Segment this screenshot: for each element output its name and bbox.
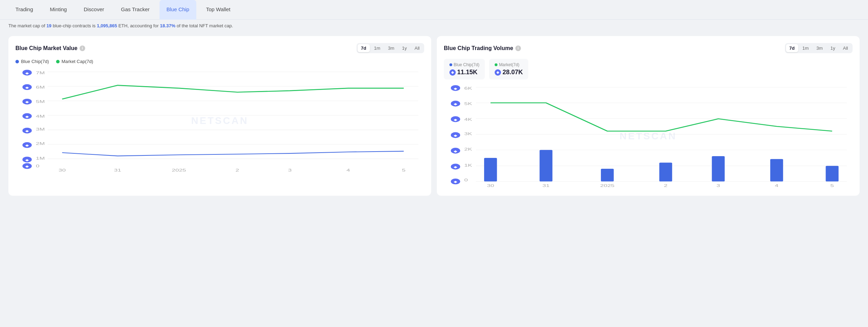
subtitle-text-middle2: ETH, accounting for bbox=[117, 23, 160, 28]
svg-text:30: 30 bbox=[487, 183, 494, 188]
svg-text:◆: ◆ bbox=[25, 158, 29, 161]
svg-text:◆: ◆ bbox=[453, 87, 457, 90]
svg-text:1K: 1K bbox=[464, 163, 472, 167]
subtitle-text-middle: blue-chip contracts is bbox=[52, 23, 97, 28]
nav-item-blue-chip[interactable]: Blue Chip bbox=[160, 0, 196, 20]
legend-blue-chip: Blue Chip(7d) bbox=[15, 59, 49, 64]
svg-text:6M: 6M bbox=[36, 85, 45, 89]
svg-text:4: 4 bbox=[775, 183, 779, 188]
svg-rect-69 bbox=[659, 163, 672, 182]
svg-rect-71 bbox=[770, 159, 783, 181]
svg-text:3M: 3M bbox=[36, 127, 45, 131]
main-content: Blue Chip Market Value i 7d 1m 3m 1y All… bbox=[0, 32, 868, 204]
svg-rect-72 bbox=[826, 166, 839, 181]
percentage-value: 18.37% bbox=[160, 23, 175, 28]
time-btn-1y-tv[interactable]: 1y bbox=[827, 44, 839, 52]
svg-text:◆: ◆ bbox=[25, 165, 29, 168]
time-btn-all-mv[interactable]: All bbox=[411, 44, 423, 52]
svg-text:◆: ◆ bbox=[25, 71, 29, 75]
svg-text:◆: ◆ bbox=[25, 100, 29, 104]
svg-text:31: 31 bbox=[542, 183, 549, 188]
svg-text:2M: 2M bbox=[36, 141, 45, 146]
nav-item-minting[interactable]: Minting bbox=[43, 0, 74, 20]
time-btn-3m-tv[interactable]: 3m bbox=[813, 44, 826, 52]
stat-value-blue-chip: ◆ 11.15K bbox=[449, 69, 479, 76]
svg-text:5K: 5K bbox=[464, 102, 472, 106]
svg-rect-67 bbox=[540, 150, 552, 181]
market-value-title: Blue Chip Market Value i bbox=[15, 45, 85, 51]
nav-item-gas-tracker[interactable]: Gas Tracker bbox=[114, 0, 157, 20]
svg-text:◆: ◆ bbox=[25, 144, 29, 147]
svg-text:◆: ◆ bbox=[453, 118, 457, 121]
trading-volume-time-filter: 7d 1m 3m 1y All bbox=[785, 43, 853, 53]
svg-text:2K: 2K bbox=[464, 147, 472, 152]
time-btn-1m-tv[interactable]: 1m bbox=[799, 44, 812, 52]
time-btn-1m-mv[interactable]: 1m bbox=[371, 44, 384, 52]
stat-label-blue-chip: Blue Chip(7d) bbox=[449, 62, 479, 67]
legend-label-market-cap: Market Cap(7d) bbox=[62, 59, 93, 64]
legend-market-cap: Market Cap(7d) bbox=[56, 59, 93, 64]
svg-text:◆: ◆ bbox=[453, 149, 457, 153]
trading-volume-header: Blue Chip Trading Volume i 7d 1m 3m 1y A… bbox=[444, 43, 853, 53]
svg-text:2025: 2025 bbox=[600, 183, 615, 188]
svg-text:5M: 5M bbox=[36, 99, 45, 104]
market-value-info-icon[interactable]: i bbox=[80, 46, 85, 51]
market-value-chart: NETSCAN ◆ 7M ◆ 6M bbox=[15, 68, 424, 173]
trading-volume-stat-boxes: Blue Chip(7d) ◆ 11.15K Market(7d) ◆ 28.0… bbox=[444, 59, 853, 79]
subtitle-text-after: of the total NFT market cap. bbox=[175, 23, 233, 28]
svg-text:0: 0 bbox=[464, 178, 468, 182]
time-btn-all-tv[interactable]: All bbox=[840, 44, 852, 52]
stat-label-market: Market(7d) bbox=[495, 62, 523, 67]
svg-text:7M: 7M bbox=[36, 70, 45, 75]
svg-text:◆: ◆ bbox=[453, 166, 457, 169]
svg-text:◆: ◆ bbox=[453, 134, 457, 137]
svg-rect-66 bbox=[484, 158, 497, 181]
svg-text:3: 3 bbox=[288, 168, 292, 172]
svg-text:◆: ◆ bbox=[25, 115, 29, 118]
svg-text:2025: 2025 bbox=[172, 168, 186, 172]
time-btn-7d-tv[interactable]: 7d bbox=[786, 44, 798, 52]
time-btn-3m-mv[interactable]: 3m bbox=[385, 44, 398, 52]
contracts-count: 19 bbox=[46, 23, 51, 28]
trading-volume-info-icon[interactable]: i bbox=[515, 46, 521, 51]
stat-dot-blue-chip bbox=[449, 63, 452, 66]
trading-volume-title: Blue Chip Trading Volume i bbox=[444, 45, 521, 51]
svg-text:0: 0 bbox=[36, 164, 39, 168]
svg-text:◆: ◆ bbox=[453, 180, 457, 183]
svg-text:4: 4 bbox=[346, 168, 350, 172]
svg-text:4M: 4M bbox=[36, 114, 45, 118]
svg-rect-68 bbox=[601, 169, 614, 181]
market-value-card: Blue Chip Market Value i 7d 1m 3m 1y All… bbox=[8, 36, 431, 196]
market-value-legend: Blue Chip(7d) Market Cap(7d) bbox=[15, 59, 424, 64]
nav-item-top-wallet[interactable]: Top Wallet bbox=[199, 0, 237, 20]
svg-text:4K: 4K bbox=[464, 117, 472, 121]
stat-box-market: Market(7d) ◆ 28.07K bbox=[489, 59, 528, 79]
svg-rect-70 bbox=[712, 156, 725, 181]
svg-text:◆: ◆ bbox=[25, 86, 29, 89]
svg-text:2: 2 bbox=[664, 183, 667, 188]
time-btn-7d-mv[interactable]: 7d bbox=[358, 44, 370, 52]
svg-text:3K: 3K bbox=[464, 131, 472, 136]
eth-icon-market: ◆ bbox=[495, 69, 501, 76]
time-btn-1y-mv[interactable]: 1y bbox=[399, 44, 411, 52]
svg-text:1M: 1M bbox=[36, 156, 45, 160]
svg-text:6K: 6K bbox=[464, 86, 472, 90]
stat-box-blue-chip: Blue Chip(7d) ◆ 11.15K bbox=[444, 59, 485, 79]
market-cap-value: 1,095,865 bbox=[97, 23, 117, 28]
svg-text:3: 3 bbox=[717, 183, 720, 188]
subtitle-text-before: The market cap of bbox=[8, 23, 46, 28]
svg-text:5: 5 bbox=[402, 168, 406, 172]
navigation: Trading Minting Discover Gas Tracker Blu… bbox=[0, 0, 868, 20]
stat-dot-market bbox=[495, 63, 497, 66]
legend-dot-market-cap bbox=[56, 60, 60, 63]
svg-text:2: 2 bbox=[236, 168, 239, 172]
svg-text:30: 30 bbox=[59, 168, 66, 172]
nav-item-discover[interactable]: Discover bbox=[77, 0, 111, 20]
svg-text:5: 5 bbox=[830, 183, 834, 188]
svg-text:◆: ◆ bbox=[453, 103, 457, 106]
stat-value-market: ◆ 28.07K bbox=[495, 69, 523, 76]
svg-text:◆: ◆ bbox=[25, 130, 29, 133]
svg-text:31: 31 bbox=[114, 168, 121, 172]
nav-item-trading[interactable]: Trading bbox=[8, 0, 40, 20]
legend-label-blue-chip: Blue Chip(7d) bbox=[21, 59, 49, 64]
